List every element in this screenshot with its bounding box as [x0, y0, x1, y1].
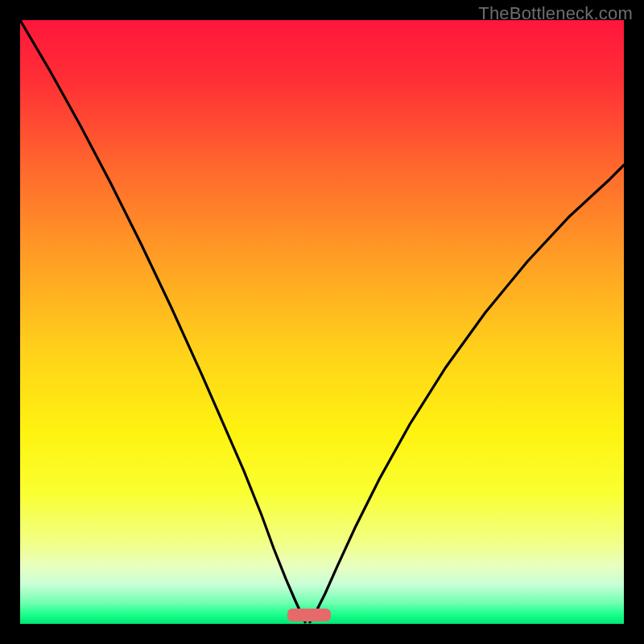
curve-layer [20, 20, 624, 624]
curve-right [310, 165, 624, 622]
watermark-text: TheBottleneck.com [478, 3, 633, 24]
outer-frame: TheBottleneck.com [0, 0, 644, 644]
curve-left [20, 20, 305, 622]
plot-area [20, 20, 624, 624]
bottleneck-marker [287, 609, 331, 621]
